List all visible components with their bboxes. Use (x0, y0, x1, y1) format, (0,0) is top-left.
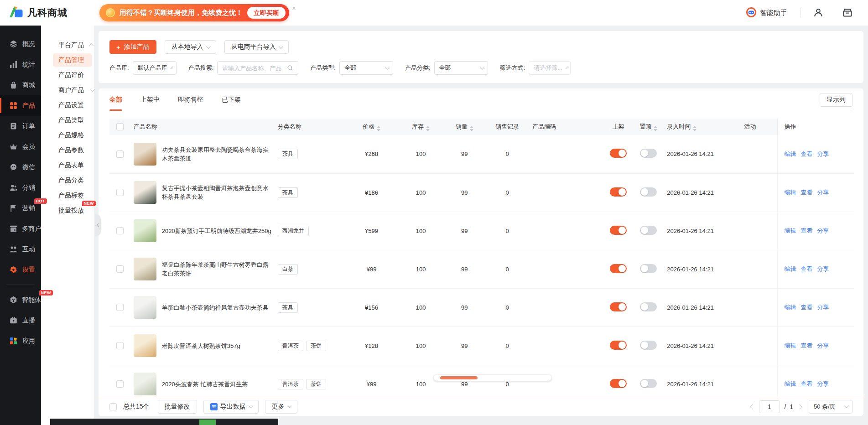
subsidebar-item-product-form[interactable]: 产品表单 (41, 158, 94, 173)
sidebar-item-live[interactable]: 直播 (0, 310, 41, 331)
subsidebar-item-platform-products[interactable]: 平台产品 (41, 37, 94, 52)
pin-top-toggle[interactable] (640, 149, 657, 158)
subsidebar-item-product-category[interactable]: 产品分类 (41, 173, 94, 188)
edit-link[interactable]: 编辑 (784, 380, 796, 387)
row-checkbox[interactable] (116, 342, 124, 349)
tab-off-shelf[interactable]: 已下架 (222, 88, 241, 111)
view-link[interactable]: 查看 (800, 342, 812, 349)
header-checkbox[interactable] (116, 123, 124, 130)
edit-link[interactable]: 编辑 (784, 342, 796, 349)
product-category-select[interactable]: 全部 (434, 61, 488, 75)
share-link[interactable]: 分享 (817, 304, 829, 311)
product-search-input[interactable] (222, 65, 281, 72)
sort-icon[interactable] (654, 126, 657, 131)
sidebar-item-order[interactable]: 订单 (0, 116, 41, 136)
view-link[interactable]: 查看 (800, 189, 812, 196)
product-name[interactable]: 复古手提小茶壶粗陶普洱茶泡茶壶创意水杯茶具茶盘套装 (162, 184, 272, 201)
sort-icon[interactable] (693, 126, 696, 131)
filter-method-select[interactable]: 请选择筛... (529, 61, 571, 75)
column-header-price[interactable]: 价格 (346, 119, 398, 135)
product-name[interactable]: 老陈皮普洱茶大树熟茶饼357g (162, 342, 240, 350)
edit-link[interactable]: 编辑 (784, 265, 796, 272)
sidebar-item-settings[interactable]: 设置 (0, 259, 41, 280)
sidebar-item-overview[interactable]: 概况 (0, 34, 41, 54)
next-page-icon[interactable] (797, 404, 802, 409)
on-shelf-toggle[interactable] (610, 264, 627, 273)
logo[interactable]: 凡科商城 (0, 5, 87, 21)
edit-link[interactable]: 编辑 (784, 150, 796, 157)
collapse-sidebar-handle[interactable] (95, 214, 101, 236)
product-name[interactable]: 福鼎白茶陈年荒茶高山野生古树枣香白露老白茶茶饼 (162, 260, 272, 278)
batch-edit-button[interactable]: 批量修改 (158, 400, 197, 414)
subsidebar-item-product-type[interactable]: 产品类型 (41, 113, 94, 128)
sidebar-item-multimerchant[interactable]: 多商户 (0, 218, 41, 239)
view-link[interactable]: 查看 (800, 265, 812, 272)
row-checkbox[interactable] (116, 265, 124, 273)
sort-icon[interactable] (377, 126, 380, 131)
promo-banner[interactable]: 用得不错？买断终身使用，免续费之忧！ 立即买断 (99, 4, 289, 21)
share-link[interactable]: 分享 (817, 342, 829, 349)
sidebar-item-product[interactable]: 产品 (0, 95, 41, 116)
share-link[interactable]: 分享 (817, 150, 829, 157)
tab-all[interactable]: 全部 (109, 88, 122, 111)
product-library-select[interactable]: 默认产品库 (133, 61, 177, 75)
prev-page-icon[interactable] (750, 404, 755, 409)
pin-top-toggle[interactable] (640, 341, 657, 350)
edit-link[interactable]: 编辑 (784, 189, 796, 196)
column-header-sales[interactable]: 销量 (444, 119, 485, 135)
tab-almost-soldout[interactable]: 即将售罄 (178, 88, 203, 111)
sort-icon[interactable] (426, 126, 430, 131)
on-shelf-toggle[interactable] (610, 341, 627, 350)
scrollbar-thumb[interactable] (440, 376, 478, 379)
share-link[interactable]: 分享 (817, 189, 829, 196)
share-link[interactable]: 分享 (817, 227, 829, 234)
column-header-time[interactable]: 录入时间 (664, 119, 741, 135)
on-shelf-toggle[interactable] (610, 226, 627, 235)
select-all-checkbox[interactable] (109, 403, 117, 410)
subsidebar-item-product-review[interactable]: 产品评价 (41, 67, 94, 83)
sidebar-item-member[interactable]: 会员 (0, 136, 41, 157)
product-name[interactable]: 羊脂白釉小茶壶简约禅风复古壶功夫茶具 (162, 303, 269, 312)
on-shelf-toggle[interactable] (610, 149, 627, 158)
row-checkbox[interactable] (116, 380, 124, 388)
column-header-stock[interactable]: 库存 (398, 119, 444, 135)
subsidebar-item-product-settings[interactable]: 产品设置 (41, 98, 94, 113)
pin-top-toggle[interactable] (640, 379, 657, 388)
add-product-button[interactable]: 添加产品 (109, 40, 156, 54)
subsidebar-item-product-spec[interactable]: 产品规格 (41, 128, 94, 143)
share-link[interactable]: 分享 (817, 265, 829, 272)
sidebar-item-apps[interactable]: 应用 (0, 331, 41, 351)
subsidebar-item-merchant-products[interactable]: 商户产品 (41, 83, 94, 98)
tab-on-sale[interactable]: 上架中 (140, 88, 160, 111)
sidebar-item-marketing[interactable]: 营销HOT (0, 198, 41, 218)
page-size-select[interactable]: 50 条/页 (809, 400, 852, 414)
view-link[interactable]: 查看 (800, 304, 812, 311)
sidebar-item-agent[interactable]: 智能体NEW (0, 290, 41, 310)
account-icon[interactable] (813, 8, 823, 18)
import-local-button[interactable]: 从本地导入 (165, 40, 216, 54)
pin-top-toggle[interactable] (640, 187, 657, 197)
more-button[interactable]: 更多 (265, 400, 297, 414)
on-shelf-toggle[interactable] (610, 187, 627, 197)
sidebar-item-wechat[interactable]: 微信 (0, 157, 41, 177)
row-checkbox[interactable] (116, 189, 124, 196)
sort-icon[interactable] (470, 126, 473, 131)
sidebar-item-interaction[interactable]: 互动 (0, 239, 41, 259)
sidebar-item-stats[interactable]: 统计 (0, 54, 41, 75)
on-shelf-toggle[interactable] (610, 302, 627, 311)
view-link[interactable]: 查看 (800, 227, 812, 234)
product-name[interactable]: 功夫茶具套装家用整套陶瓷喝茶台茶海实木茶盘茶道 (162, 145, 272, 163)
pin-top-toggle[interactable] (640, 264, 657, 273)
search-icon[interactable] (287, 65, 293, 71)
subsidebar-item-product-params[interactable]: 产品参数 (41, 143, 94, 158)
sidebar-item-mall[interactable]: 商城 (0, 75, 41, 95)
show-columns-button[interactable]: 显示列 (820, 93, 852, 107)
buyout-button[interactable]: 立即买断 (247, 7, 286, 19)
row-checkbox[interactable] (116, 150, 124, 158)
edit-link[interactable]: 编辑 (784, 304, 796, 311)
product-name[interactable]: 2020新茶预订手工明前特级西湖龙井250g (162, 227, 271, 235)
row-checkbox[interactable] (116, 304, 124, 311)
product-type-select[interactable]: 全部 (339, 61, 393, 75)
import-platform-button[interactable]: 从电商平台导入 (224, 40, 289, 54)
view-link[interactable]: 查看 (800, 150, 812, 157)
